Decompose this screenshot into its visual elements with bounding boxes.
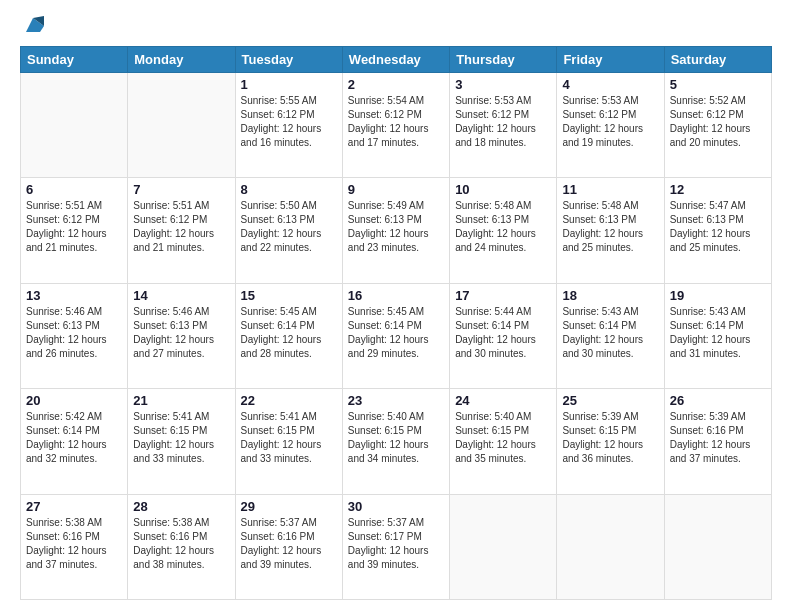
day-number: 26 xyxy=(670,393,766,408)
day-detail: Sunrise: 5:51 AM Sunset: 6:12 PM Dayligh… xyxy=(26,199,122,255)
day-cell: 14Sunrise: 5:46 AM Sunset: 6:13 PM Dayli… xyxy=(128,283,235,388)
day-detail: Sunrise: 5:52 AM Sunset: 6:12 PM Dayligh… xyxy=(670,94,766,150)
day-cell: 6Sunrise: 5:51 AM Sunset: 6:12 PM Daylig… xyxy=(21,178,128,283)
day-number: 15 xyxy=(241,288,337,303)
week-row-3: 13Sunrise: 5:46 AM Sunset: 6:13 PM Dayli… xyxy=(21,283,772,388)
day-detail: Sunrise: 5:54 AM Sunset: 6:12 PM Dayligh… xyxy=(348,94,444,150)
day-cell: 8Sunrise: 5:50 AM Sunset: 6:13 PM Daylig… xyxy=(235,178,342,283)
day-number: 2 xyxy=(348,77,444,92)
day-detail: Sunrise: 5:43 AM Sunset: 6:14 PM Dayligh… xyxy=(562,305,658,361)
day-cell: 19Sunrise: 5:43 AM Sunset: 6:14 PM Dayli… xyxy=(664,283,771,388)
col-header-wednesday: Wednesday xyxy=(342,47,449,73)
day-cell: 25Sunrise: 5:39 AM Sunset: 6:15 PM Dayli… xyxy=(557,389,664,494)
day-number: 21 xyxy=(133,393,229,408)
day-number: 1 xyxy=(241,77,337,92)
day-detail: Sunrise: 5:51 AM Sunset: 6:12 PM Dayligh… xyxy=(133,199,229,255)
day-cell: 15Sunrise: 5:45 AM Sunset: 6:14 PM Dayli… xyxy=(235,283,342,388)
day-cell: 17Sunrise: 5:44 AM Sunset: 6:14 PM Dayli… xyxy=(450,283,557,388)
day-number: 13 xyxy=(26,288,122,303)
header xyxy=(20,16,772,36)
day-detail: Sunrise: 5:37 AM Sunset: 6:17 PM Dayligh… xyxy=(348,516,444,572)
day-number: 4 xyxy=(562,77,658,92)
logo xyxy=(20,16,44,36)
col-header-tuesday: Tuesday xyxy=(235,47,342,73)
day-number: 23 xyxy=(348,393,444,408)
day-number: 6 xyxy=(26,182,122,197)
week-row-1: 1Sunrise: 5:55 AM Sunset: 6:12 PM Daylig… xyxy=(21,73,772,178)
day-cell: 24Sunrise: 5:40 AM Sunset: 6:15 PM Dayli… xyxy=(450,389,557,494)
day-number: 27 xyxy=(26,499,122,514)
day-number: 19 xyxy=(670,288,766,303)
day-cell: 12Sunrise: 5:47 AM Sunset: 6:13 PM Dayli… xyxy=(664,178,771,283)
col-header-monday: Monday xyxy=(128,47,235,73)
day-detail: Sunrise: 5:45 AM Sunset: 6:14 PM Dayligh… xyxy=(241,305,337,361)
day-detail: Sunrise: 5:45 AM Sunset: 6:14 PM Dayligh… xyxy=(348,305,444,361)
day-number: 11 xyxy=(562,182,658,197)
day-cell: 5Sunrise: 5:52 AM Sunset: 6:12 PM Daylig… xyxy=(664,73,771,178)
col-header-friday: Friday xyxy=(557,47,664,73)
day-headers-row: SundayMondayTuesdayWednesdayThursdayFrid… xyxy=(21,47,772,73)
col-header-thursday: Thursday xyxy=(450,47,557,73)
day-cell xyxy=(450,494,557,599)
day-cell: 3Sunrise: 5:53 AM Sunset: 6:12 PM Daylig… xyxy=(450,73,557,178)
day-cell xyxy=(128,73,235,178)
day-detail: Sunrise: 5:47 AM Sunset: 6:13 PM Dayligh… xyxy=(670,199,766,255)
logo-icon xyxy=(22,14,44,36)
day-cell: 20Sunrise: 5:42 AM Sunset: 6:14 PM Dayli… xyxy=(21,389,128,494)
page: SundayMondayTuesdayWednesdayThursdayFrid… xyxy=(0,0,792,612)
day-number: 7 xyxy=(133,182,229,197)
day-detail: Sunrise: 5:39 AM Sunset: 6:15 PM Dayligh… xyxy=(562,410,658,466)
day-number: 17 xyxy=(455,288,551,303)
week-row-4: 20Sunrise: 5:42 AM Sunset: 6:14 PM Dayli… xyxy=(21,389,772,494)
day-cell: 13Sunrise: 5:46 AM Sunset: 6:13 PM Dayli… xyxy=(21,283,128,388)
day-cell: 22Sunrise: 5:41 AM Sunset: 6:15 PM Dayli… xyxy=(235,389,342,494)
day-number: 10 xyxy=(455,182,551,197)
day-detail: Sunrise: 5:49 AM Sunset: 6:13 PM Dayligh… xyxy=(348,199,444,255)
day-cell: 30Sunrise: 5:37 AM Sunset: 6:17 PM Dayli… xyxy=(342,494,449,599)
day-detail: Sunrise: 5:39 AM Sunset: 6:16 PM Dayligh… xyxy=(670,410,766,466)
day-detail: Sunrise: 5:38 AM Sunset: 6:16 PM Dayligh… xyxy=(133,516,229,572)
day-cell: 11Sunrise: 5:48 AM Sunset: 6:13 PM Dayli… xyxy=(557,178,664,283)
day-cell: 27Sunrise: 5:38 AM Sunset: 6:16 PM Dayli… xyxy=(21,494,128,599)
day-detail: Sunrise: 5:55 AM Sunset: 6:12 PM Dayligh… xyxy=(241,94,337,150)
day-detail: Sunrise: 5:48 AM Sunset: 6:13 PM Dayligh… xyxy=(562,199,658,255)
day-number: 9 xyxy=(348,182,444,197)
day-cell: 29Sunrise: 5:37 AM Sunset: 6:16 PM Dayli… xyxy=(235,494,342,599)
day-number: 12 xyxy=(670,182,766,197)
day-detail: Sunrise: 5:53 AM Sunset: 6:12 PM Dayligh… xyxy=(562,94,658,150)
day-detail: Sunrise: 5:38 AM Sunset: 6:16 PM Dayligh… xyxy=(26,516,122,572)
col-header-saturday: Saturday xyxy=(664,47,771,73)
day-detail: Sunrise: 5:46 AM Sunset: 6:13 PM Dayligh… xyxy=(26,305,122,361)
day-detail: Sunrise: 5:53 AM Sunset: 6:12 PM Dayligh… xyxy=(455,94,551,150)
day-detail: Sunrise: 5:40 AM Sunset: 6:15 PM Dayligh… xyxy=(348,410,444,466)
day-cell: 21Sunrise: 5:41 AM Sunset: 6:15 PM Dayli… xyxy=(128,389,235,494)
day-detail: Sunrise: 5:48 AM Sunset: 6:13 PM Dayligh… xyxy=(455,199,551,255)
day-number: 14 xyxy=(133,288,229,303)
day-number: 16 xyxy=(348,288,444,303)
day-number: 8 xyxy=(241,182,337,197)
day-number: 18 xyxy=(562,288,658,303)
day-number: 22 xyxy=(241,393,337,408)
day-number: 3 xyxy=(455,77,551,92)
week-row-5: 27Sunrise: 5:38 AM Sunset: 6:16 PM Dayli… xyxy=(21,494,772,599)
day-detail: Sunrise: 5:37 AM Sunset: 6:16 PM Dayligh… xyxy=(241,516,337,572)
day-cell: 9Sunrise: 5:49 AM Sunset: 6:13 PM Daylig… xyxy=(342,178,449,283)
week-row-2: 6Sunrise: 5:51 AM Sunset: 6:12 PM Daylig… xyxy=(21,178,772,283)
day-cell: 4Sunrise: 5:53 AM Sunset: 6:12 PM Daylig… xyxy=(557,73,664,178)
day-number: 28 xyxy=(133,499,229,514)
day-cell: 1Sunrise: 5:55 AM Sunset: 6:12 PM Daylig… xyxy=(235,73,342,178)
day-cell: 2Sunrise: 5:54 AM Sunset: 6:12 PM Daylig… xyxy=(342,73,449,178)
day-number: 5 xyxy=(670,77,766,92)
day-cell xyxy=(664,494,771,599)
day-number: 20 xyxy=(26,393,122,408)
day-cell xyxy=(557,494,664,599)
day-number: 29 xyxy=(241,499,337,514)
day-cell: 16Sunrise: 5:45 AM Sunset: 6:14 PM Dayli… xyxy=(342,283,449,388)
day-detail: Sunrise: 5:40 AM Sunset: 6:15 PM Dayligh… xyxy=(455,410,551,466)
day-detail: Sunrise: 5:43 AM Sunset: 6:14 PM Dayligh… xyxy=(670,305,766,361)
calendar-table: SundayMondayTuesdayWednesdayThursdayFrid… xyxy=(20,46,772,600)
day-number: 25 xyxy=(562,393,658,408)
day-detail: Sunrise: 5:44 AM Sunset: 6:14 PM Dayligh… xyxy=(455,305,551,361)
day-cell: 10Sunrise: 5:48 AM Sunset: 6:13 PM Dayli… xyxy=(450,178,557,283)
day-cell: 7Sunrise: 5:51 AM Sunset: 6:12 PM Daylig… xyxy=(128,178,235,283)
